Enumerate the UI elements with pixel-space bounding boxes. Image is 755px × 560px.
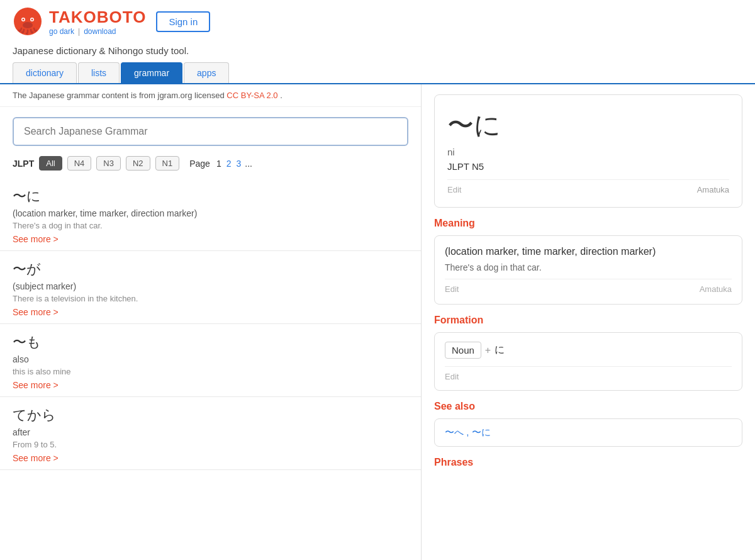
grammar-title-mo: 〜も (13, 333, 408, 352)
grammar-title-ga: 〜が (13, 260, 408, 279)
search-input[interactable] (13, 117, 408, 146)
meaning-edit-link[interactable]: Edit (445, 284, 459, 294)
header: TAKOBOTO go dark | download Sign in (0, 0, 755, 43)
go-dark-link[interactable]: go dark (49, 27, 74, 36)
jlpt-n4-button[interactable]: N4 (67, 156, 92, 171)
grammar-sub-ni: (location marker, time marker, direction… (13, 208, 408, 218)
formation-plus-icon: + (485, 345, 491, 356)
page-3[interactable]: 3 (235, 159, 242, 169)
jlpt-filter-bar: JLPT All N4 N3 N2 N1 Page 1 2 3 ... (0, 156, 421, 178)
formation-edit-link[interactable]: Edit (445, 366, 732, 381)
page-1[interactable]: 1 (215, 159, 223, 169)
tab-apps[interactable]: apps (184, 62, 229, 83)
jlpt-n2-button[interactable]: N2 (126, 156, 150, 171)
grammar-example-ga: There is a television in the kitchen. (13, 294, 408, 303)
see-also-section-title: See also (434, 401, 742, 412)
separator: | (78, 27, 80, 36)
grammar-sub-tekara: after (13, 427, 408, 437)
logo-title-wrap: TAKOBOTO go dark | download (49, 8, 146, 36)
jlpt-n1-button[interactable]: N1 (155, 156, 180, 171)
formation-box: Noun + に Edit (434, 332, 742, 391)
formation-formula: Noun + に (445, 342, 732, 359)
card-jlpt: JLPT N5 (447, 161, 729, 172)
main-layout: The Japanese grammar content is from jgr… (0, 84, 755, 560)
logo-wrap: TAKOBOTO go dark | download (13, 6, 146, 36)
card-author: Amatuka (697, 185, 729, 194)
meaning-footer: Edit Amatuka (445, 279, 732, 294)
tab-grammar[interactable]: grammar (121, 62, 182, 83)
card-edit-link[interactable]: Edit (447, 185, 461, 194)
grammar-example-mo: this is also mine (13, 367, 408, 376)
download-link[interactable]: download (84, 27, 116, 36)
logo-icon (13, 6, 43, 36)
grammar-item-ni: 〜に (location marker, time marker, direct… (0, 178, 421, 251)
meaning-section-title: Meaning (434, 218, 742, 229)
see-also-box: 〜へ , 〜に (434, 418, 742, 447)
logo-text: TAKOBOTO (49, 8, 146, 27)
grammar-example-tekara: From 9 to 5. (13, 440, 408, 449)
see-more-ga[interactable]: See more > (13, 307, 59, 317)
tab-dictionary[interactable]: dictionary (13, 62, 77, 83)
card-title: 〜に (447, 108, 729, 143)
see-more-mo[interactable]: See more > (13, 380, 59, 390)
grammar-item-tekara: てから after From 9 to 5. See more > (0, 397, 421, 470)
jlpt-all-button[interactable]: All (39, 156, 62, 171)
grammar-sub-mo: also (13, 354, 408, 364)
svg-point-3 (23, 19, 25, 21)
right-panel: 〜に ni JLPT N5 Edit Amatuka Meaning (loca… (422, 84, 755, 560)
detail-card: 〜に ni JLPT N5 Edit Amatuka (434, 94, 742, 208)
see-more-ni[interactable]: See more > (13, 234, 59, 244)
tagline: Japanese dictionary & Nihongo study tool… (0, 43, 755, 62)
tab-lists[interactable]: lists (78, 62, 120, 83)
jlpt-label: JLPT (13, 159, 34, 169)
grammar-title-tekara: てから (13, 406, 408, 425)
card-footer: Edit Amatuka (447, 179, 729, 194)
info-text-after: . (280, 91, 282, 100)
meaning-author: Amatuka (700, 284, 732, 294)
see-also-links[interactable]: 〜へ , 〜に (445, 427, 491, 437)
search-wrap (0, 107, 421, 156)
formation-particle: に (495, 344, 505, 357)
meaning-text: (location marker, time marker, direction… (445, 246, 732, 257)
card-romanji: ni (447, 147, 729, 157)
page-2[interactable]: 2 (225, 159, 233, 169)
logo-sub: go dark | download (49, 27, 146, 36)
nav: dictionary lists grammar apps (0, 62, 755, 84)
see-more-tekara[interactable]: See more > (13, 453, 59, 463)
page-dots: ... (245, 159, 252, 169)
page-label: Page (189, 159, 210, 169)
grammar-sub-ga: (subject marker) (13, 281, 408, 291)
info-bar: The Japanese grammar content is from jgr… (0, 84, 421, 107)
page-numbers: 1 2 3 ... (215, 159, 252, 169)
grammar-example-ni: There's a dog in that car. (13, 221, 408, 230)
phrases-section: Phrases (434, 457, 742, 468)
svg-point-5 (23, 22, 33, 28)
grammar-item-ga: 〜が (subject marker) There is a televisio… (0, 251, 421, 324)
meaning-example: There's a dog in that car. (445, 262, 732, 272)
svg-point-4 (31, 19, 33, 21)
phrases-section-title: Phrases (434, 457, 742, 468)
grammar-item-mo: 〜も also this is also mine See more > (0, 324, 421, 397)
formation-noun: Noun (445, 342, 481, 359)
info-text-before: The Japanese grammar content is from jgr… (13, 91, 225, 100)
grammar-title-ni: 〜に (13, 187, 408, 206)
cc-license-link[interactable]: CC BY-SA 2.0 (226, 91, 277, 100)
left-panel: The Japanese grammar content is from jgr… (0, 84, 422, 560)
meaning-box: (location marker, time marker, direction… (434, 235, 742, 305)
formation-section-title: Formation (434, 315, 742, 326)
jlpt-n3-button[interactable]: N3 (96, 156, 121, 171)
sign-in-button[interactable]: Sign in (156, 11, 210, 32)
